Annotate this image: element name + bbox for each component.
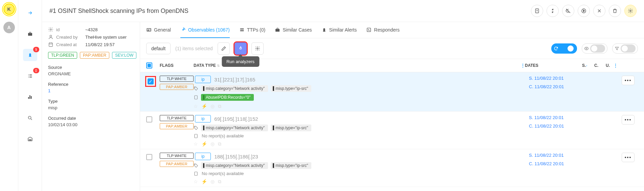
table-row[interactable]: TLP:WHITEPAP:AMBERip69[.]195[.]118[.]152… <box>140 112 644 149</box>
layers-icon <box>239 27 245 33</box>
file-icon <box>194 134 198 138</box>
content-panel: General Observables (1067) TTPs (0) Simi… <box>140 22 644 191</box>
nav-briefcase-icon[interactable] <box>23 28 37 40</box>
select-all-checkbox[interactable] <box>146 62 152 69</box>
nav-search-icon[interactable] <box>23 112 37 124</box>
datatype-chip: ip <box>195 115 211 122</box>
pap-badge: PAP:AMBER <box>160 161 194 167</box>
tab-similar-alerts[interactable]: Similar Alerts <box>321 22 357 38</box>
details-panel: id ~4328 Created by TheHive system user … <box>42 22 140 191</box>
eye-icon[interactable]: ◎ <box>210 179 215 185</box>
filter-toggle[interactable] <box>612 43 638 54</box>
svg-rect-8 <box>147 28 151 31</box>
export-button[interactable] <box>531 5 543 17</box>
misp-tag: misp.category="Network activity" <box>201 125 268 131</box>
tab-general[interactable]: General <box>146 22 171 38</box>
link-icon[interactable]: ⧉ <box>218 179 221 185</box>
edit-button[interactable] <box>218 42 230 55</box>
meta-created-by: Created by TheHive system user <box>48 34 134 40</box>
nav-tasks-icon[interactable]: 0 <box>23 70 37 82</box>
col-dates[interactable]: DATES <box>525 63 579 68</box>
date-created: C. 11/08/22 20:01 <box>529 84 583 89</box>
tab-responders[interactable]: Responders <box>366 22 400 38</box>
occurred-label: Occurred date <box>48 116 134 121</box>
close-button[interactable] <box>593 5 605 17</box>
row-checkbox[interactable] <box>146 116 152 122</box>
table-row[interactable]: ✓TLP:WHITEPAP:AMBERip31[.]221[.]17[.]165… <box>140 72 644 112</box>
table-row[interactable]: TLP:WHITEPAP:AMBERip188[.]155[.]186[.]23… <box>140 149 644 187</box>
run-analyzers-button[interactable]: Run analyzers <box>235 42 247 55</box>
refresh-toggle[interactable] <box>551 43 577 54</box>
hide-button[interactable] <box>562 5 574 17</box>
main-panel: #1 OSINT ShellShock scanning IPs from Op… <box>42 0 644 191</box>
col-flags[interactable]: FLAGS <box>160 63 194 68</box>
row-action-icons: ☆⚡◎⧉ <box>194 179 529 185</box>
toggle-switch[interactable] <box>621 44 636 53</box>
row-action-icons: ☆⚡◎⧉ <box>194 103 529 109</box>
col-s[interactable]: S.↑ <box>579 63 591 68</box>
reference-value[interactable]: 1 <box>48 88 134 93</box>
row-checkbox[interactable]: ✓ <box>148 78 154 84</box>
star-icon[interactable]: ☆ <box>194 103 198 109</box>
eye-icon[interactable]: ◎ <box>210 103 215 109</box>
collapse-button[interactable] <box>547 5 559 17</box>
eye-icon[interactable]: ◎ <box>210 141 215 147</box>
tab-similar-cases[interactable]: Similar Cases <box>275 22 312 38</box>
link-icon[interactable]: ⧉ <box>218 141 221 147</box>
user-icon <box>48 34 53 40</box>
bolt-icon[interactable]: ⚡ <box>201 141 207 147</box>
pap-badge: PAP:AMBER <box>160 123 194 129</box>
observable-value[interactable]: 69[.]195[.]118[.]152 <box>214 116 258 122</box>
col-datatype[interactable]: DATA TYPE⇅ <box>194 63 224 68</box>
bolt-icon[interactable]: ⚡ <box>201 179 207 185</box>
observable-value[interactable]: 188[.]155[.]186[.]23 <box>214 154 258 159</box>
col-value[interactable]: VALUE/NAME⇅ <box>224 63 521 68</box>
nav-org-icon[interactable] <box>23 133 37 145</box>
tab-similar-alerts-label: Similar Alerts <box>329 27 357 33</box>
settings-button[interactable] <box>624 5 637 17</box>
toggle-switch[interactable] <box>590 44 605 53</box>
row-menu-button[interactable]: ••• <box>622 115 635 125</box>
run-analyzers-tooltip: Run analyzers <box>222 56 259 67</box>
star-icon[interactable]: ☆ <box>194 179 198 185</box>
tab-observables[interactable]: Observables (1067) <box>180 22 230 38</box>
star-icon[interactable]: ☆ <box>194 141 198 147</box>
col-u[interactable]: U. <box>602 63 614 68</box>
bolt-icon[interactable]: ⚡ <box>201 103 207 109</box>
toggle-switch[interactable] <box>560 44 575 53</box>
occurred-value: 10/02/14 03:00 <box>48 122 134 127</box>
filter-icon <box>615 46 619 51</box>
row-checkbox[interactable] <box>146 154 152 160</box>
svg-rect-20 <box>195 172 197 175</box>
avatar-current-user[interactable]: K <box>3 3 15 15</box>
delete-button[interactable] <box>609 5 621 17</box>
tab-responders-label: Responders <box>374 27 400 33</box>
eye-toggle[interactable] <box>582 43 607 54</box>
meta-created-by-value: TheHive system user <box>85 35 127 40</box>
file-icon <box>194 171 198 176</box>
avatar-user[interactable]: A <box>3 22 15 33</box>
datatype-chip: ip <box>195 76 211 83</box>
case-chips: TLP:GREEN PAP:AMBER SEV:LOW <box>48 52 134 59</box>
row-menu-button[interactable]: ••• <box>622 76 635 85</box>
default-filter-button[interactable]: default <box>146 43 171 54</box>
row-menu-button[interactable]: ••• <box>622 153 635 162</box>
id-card-icon <box>146 27 152 33</box>
tag-icon <box>194 126 198 130</box>
sev-chip: SEV:LOW <box>112 52 136 59</box>
nav-forward-icon[interactable] <box>23 7 37 19</box>
col-c[interactable]: C. <box>591 63 602 68</box>
svg-rect-7 <box>49 43 53 46</box>
link-icon[interactable]: ⧉ <box>218 103 221 109</box>
observable-value[interactable]: 31[.]221[.]17[.]165 <box>214 77 255 82</box>
nav-alerts-icon[interactable]: 9 <box>23 49 37 61</box>
toolbar-settings-button[interactable] <box>251 42 264 55</box>
tab-ttps[interactable]: TTPs (0) <box>239 22 265 38</box>
svg-rect-0 <box>28 33 32 36</box>
nav-dashboard-icon[interactable] <box>23 91 37 103</box>
svg-point-17 <box>195 127 195 127</box>
meta-id-value: ~4328 <box>85 27 98 32</box>
misp-tag: misp.type="ip-src" <box>271 162 311 169</box>
pencil-icon <box>221 46 226 51</box>
run-button[interactable] <box>578 5 590 17</box>
